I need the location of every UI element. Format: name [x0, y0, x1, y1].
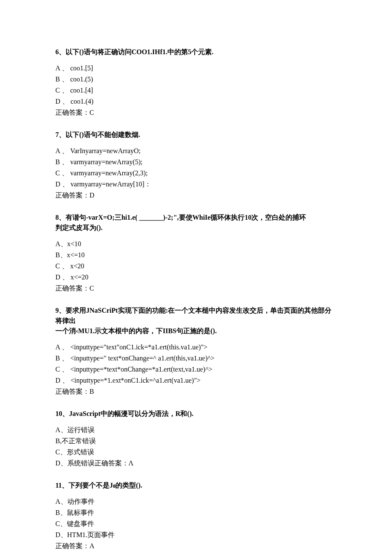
question-8-option-d: D 、 x<=20	[55, 272, 337, 282]
question-10-option-d: D、系统错误正确答案：Λ	[55, 458, 337, 468]
question-10: 10、JavaScript中的幅漫可以分为语法，R和(). A、运行错误 B,不…	[55, 409, 337, 468]
question-11-option-b: B、鼠标事件	[55, 508, 337, 518]
question-6-option-a: A 、 coo1.[5]	[55, 63, 337, 73]
question-8-stem-line1: 8、有谐句-varX=O;三hi1.e( _______)-2;",要使WhiI…	[55, 212, 337, 223]
question-8-option-c: C 、 x<20	[55, 261, 337, 271]
question-6-option-d: D 、 coo1.(4)	[55, 96, 337, 107]
document-page: 6、以下()语句将正确访问COO1.IHf1.中的第5个元素. A 、 coo1…	[0, 0, 392, 555]
question-7-answer: 正确答案：D	[55, 190, 337, 200]
question-11-option-d: D、HTM1.页面事件	[55, 530, 337, 540]
question-10-option-b: B,不正常错误	[55, 436, 337, 446]
question-7-option-d: D 、 varmyarray=newArray[10]：	[55, 179, 337, 189]
question-7-option-a: A 、 VarInyarray=newArrayO;	[55, 146, 337, 156]
question-6: 6、以下()语句将正确访问COO1.IHf1.中的第5个元素. A 、 coo1…	[55, 47, 337, 118]
question-9-option-b: B 、 <inputtype=" text*onChange=^ a1.ert(…	[55, 353, 337, 363]
question-8: 8、有谐句-varX=O;三hi1.e( _______)-2;",要使WhiI…	[55, 212, 337, 293]
question-6-stem: 6、以下()语句将正确访问COO1.IHf1.中的第5个元素.	[55, 47, 337, 57]
question-9-option-a: A 、 <inputtype="text"onC1.ick=*a1.ert(th…	[55, 342, 337, 352]
question-8-answer: 正确答案：C	[55, 283, 337, 293]
question-9-option-c: C 、 <inputtype=*text*onChange=*a1.ert(te…	[55, 364, 337, 375]
question-11-answer: 正确答案：A	[55, 541, 337, 551]
question-11-option-c: C、键盘事件	[55, 519, 337, 529]
question-11-stem: 11、下列要个不是J₈的类型().	[55, 480, 337, 491]
question-9-answer: 正确答案：B	[55, 386, 337, 397]
question-11-option-a: A、动作事件	[55, 497, 337, 507]
question-9-option-d: D 、 <inputtype=*1.ext*onC1.ick=^a1.ert(v…	[55, 375, 337, 386]
question-10-option-a: A、运行错误	[55, 425, 337, 435]
question-8-option-b: B、x<=10	[55, 250, 337, 260]
question-11: 11、下列要个不是J₈的类型(). A、动作事件 B、鼠标事件 C、键盘事件 D…	[55, 480, 337, 551]
question-6-option-c: C 、 coo1.[4]	[55, 85, 337, 96]
question-6-answer: 正确答案：C	[55, 108, 337, 118]
question-6-option-b: B 、 coo1.(5)	[55, 74, 337, 84]
question-7-stem: 7、以下()语句不能创建数烟.	[55, 130, 337, 140]
question-7-option-b: B 、 varmyarray=newArray(5);	[55, 157, 337, 167]
question-10-stem: 10、JavaScript中的幅漫可以分为语法，R和().	[55, 409, 337, 419]
question-7: 7、以下()语句不能创建数烟. A 、 VarInyarray=newArray…	[55, 130, 337, 200]
question-9: 9、要求用JNaSCriPt实现下面的功能:在一个文本槌中内容发生改交后，单击页…	[55, 305, 337, 397]
question-10-option-c: C、形式错误	[55, 447, 337, 457]
question-9-stem-line1: 9、要求用JNaSCriPt实现下面的功能:在一个文本槌中内容发生改交后，单击页…	[55, 305, 337, 326]
question-8-option-a: A、x<10	[55, 239, 337, 249]
question-9-stem-line2: 一个消‹MU1.示文本根中的内容，下IIBS句正施的是().	[55, 326, 337, 336]
question-8-stem-line2: 判定式皮耳为().	[55, 223, 337, 233]
question-7-option-c: C 、 varmyarray=newArray(2,3);	[55, 168, 337, 178]
